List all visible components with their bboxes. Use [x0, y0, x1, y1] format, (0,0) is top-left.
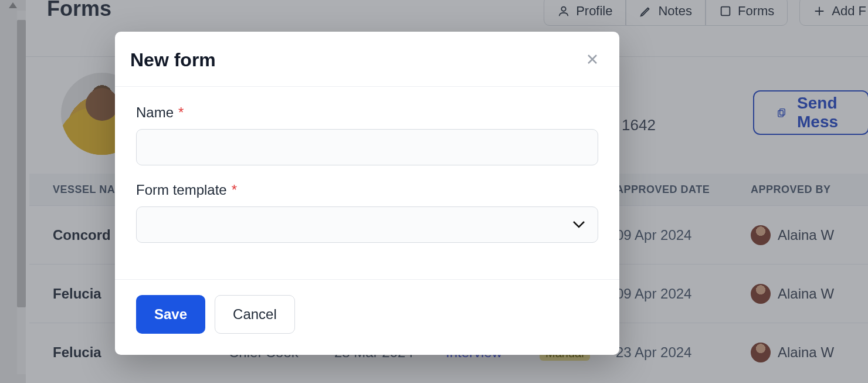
modal-header: New form — [115, 32, 619, 86]
label-text: Name — [136, 104, 174, 121]
name-field: Name * — [136, 104, 598, 165]
template-field: Form template * — [136, 182, 598, 243]
close-button[interactable] — [585, 52, 599, 69]
template-label: Form template * — [136, 182, 598, 198]
modal-body: Name * Form template * — [115, 87, 619, 279]
template-select[interactable] — [136, 206, 598, 243]
template-select-wrap — [136, 206, 598, 243]
modal-footer: Save Cancel — [115, 279, 619, 355]
cancel-button[interactable]: Cancel — [215, 295, 295, 334]
required-mark: * — [232, 182, 237, 198]
modal-title: New form — [130, 49, 216, 71]
close-icon — [585, 52, 599, 66]
required-mark: * — [178, 104, 184, 121]
name-label: Name * — [136, 104, 598, 121]
label-text: Form template — [136, 182, 227, 198]
save-button[interactable]: Save — [136, 295, 205, 334]
name-input[interactable] — [136, 129, 598, 165]
new-form-modal: New form Name * Form template * Save Can… — [115, 32, 619, 355]
